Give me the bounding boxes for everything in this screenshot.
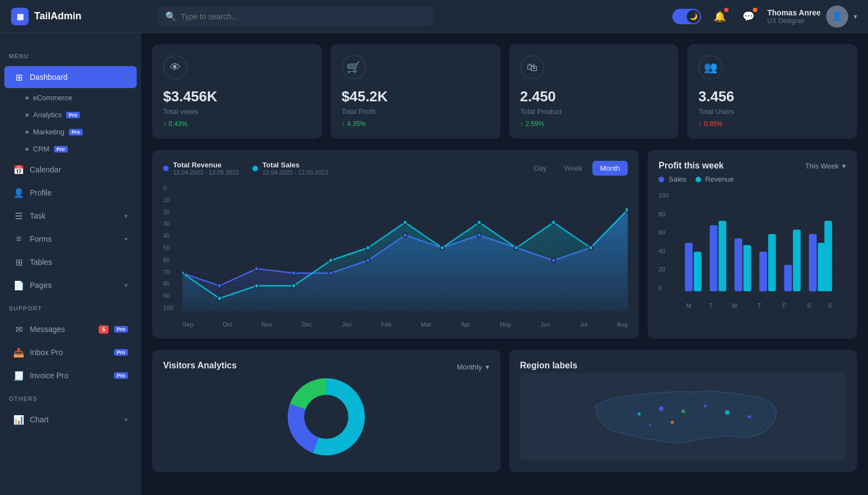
svg-point-12 <box>292 271 295 275</box>
chart-icon: 📊 <box>13 414 24 425</box>
header: ▦ TailAdmin 🔍 🌙 🔔 💬 Thomas Anree UX Desi… <box>0 0 868 33</box>
search-icon: 🔍 <box>165 11 176 21</box>
day-button[interactable]: Day <box>526 161 554 176</box>
svg-point-33 <box>589 246 592 250</box>
views-change-value: 0.43% <box>169 120 187 128</box>
sidebar-item-task[interactable]: ☰ Task ▾ <box>4 205 137 227</box>
svg-point-14 <box>366 258 370 263</box>
svg-point-25 <box>292 284 295 288</box>
sidebar-item-ecommerce[interactable]: eCommerce <box>25 89 141 106</box>
week-chevron-icon: ▾ <box>842 162 846 170</box>
legend-total-sales[interactable]: Total Sales 12.04.2022 - 12.05.2022 <box>252 161 328 176</box>
revenue-chart-card: Total Revenue 12.04.2022 - 12.05.2022 To… <box>152 150 639 339</box>
profit-y-labels: 020406080100 <box>659 192 668 302</box>
svg-point-19 <box>552 258 556 263</box>
invoice-icon: 🧾 <box>13 370 24 381</box>
sidebar-item-crm[interactable]: CRM Pro <box>25 140 141 157</box>
week-button[interactable]: Week <box>557 161 590 176</box>
svg-text:S: S <box>828 302 832 309</box>
legend-date-sales: 12.04.2022 - 12.05.2022 <box>262 169 328 176</box>
pages-icon: 📄 <box>13 280 24 291</box>
user-profile[interactable]: Thomas Anree UX Designer 👤 ▾ <box>767 6 857 28</box>
profit-header: Profit this week This Week ▾ <box>659 161 846 171</box>
views-label: Total views <box>163 107 311 116</box>
sidebar-label-chart: Chart <box>30 415 119 424</box>
revenue-chart-area: 1009080706050403020100 <box>163 184 628 328</box>
sidebar-item-messages[interactable]: ✉ Messages 5 Pro <box>4 318 137 340</box>
sidebar-item-forms[interactable]: ≡ Forms ▾ <box>4 228 137 250</box>
svg-text:M: M <box>687 302 692 309</box>
profit-change: ↑ 4.35% <box>342 120 489 128</box>
app-title: TailAdmin <box>34 10 82 22</box>
dark-mode-toggle[interactable]: 🌙 <box>672 9 701 24</box>
layout: MENU ⊞ Dashboard ▴ eCommerce Analytics P… <box>0 33 868 495</box>
notifications-button[interactable]: 🔔 <box>710 7 730 26</box>
user-role: UX Designer <box>767 17 821 25</box>
views-icon: 👁 <box>163 55 187 79</box>
users-label: Total Users <box>698 107 846 116</box>
submenu-label-analytics: Analytics <box>33 111 62 119</box>
week-select[interactable]: This Week ▾ <box>805 162 846 170</box>
notification-badge <box>724 8 729 12</box>
svg-rect-53 <box>824 221 832 291</box>
svg-point-24 <box>255 284 258 288</box>
sidebar-item-analytics[interactable]: Analytics Pro <box>25 106 141 123</box>
map-visual <box>520 373 847 461</box>
svg-rect-49 <box>784 265 792 291</box>
sales-legend-dot <box>659 177 664 182</box>
users-value: 3.456 <box>698 88 846 105</box>
users-icon: 👥 <box>698 55 723 79</box>
sidebar-item-marketing[interactable]: Marketing Pro <box>25 123 141 140</box>
forms-icon: ≡ <box>13 233 24 244</box>
sidebar-item-calendar[interactable]: 📅 Calendar <box>4 159 137 181</box>
search-input[interactable] <box>181 12 425 21</box>
logo-area: ▦ TailAdmin <box>11 8 149 25</box>
calendar-icon: 📅 <box>13 164 24 175</box>
tables-icon: ⊞ <box>13 257 24 268</box>
profit-icon: 🛒 <box>342 55 366 79</box>
main-content: 👁 $3.456K Total views ↑ 0.43% 🛒 $45.2K T… <box>141 33 868 495</box>
sidebar-item-chart[interactable]: 📊 Chart ▾ <box>4 409 137 431</box>
svg-point-61 <box>637 412 640 416</box>
profit-label: Total Profit <box>342 107 489 116</box>
sidebar-label-messages: Messages <box>30 325 93 334</box>
legend-dot-revenue <box>163 166 169 171</box>
svg-point-65 <box>725 410 729 415</box>
monthly-label: Monthly <box>457 363 482 371</box>
svg-point-28 <box>403 220 407 225</box>
profile-icon: 👤 <box>13 187 24 198</box>
sidebar-item-inbox[interactable]: 📥 Inbox Pro Pro <box>4 341 137 363</box>
monthly-chevron-icon: ▾ <box>486 363 489 371</box>
sidebar-label-dashboard: Dashboard <box>30 73 119 81</box>
sidebar-label-profile: Profile <box>30 188 128 197</box>
svg-point-26 <box>329 258 333 263</box>
sidebar-item-tables[interactable]: ⊞ Tables <box>4 251 137 273</box>
monthly-select[interactable]: Monthly ▾ <box>457 363 489 371</box>
messages-icon: ✉ <box>13 324 24 335</box>
search-bar[interactable]: 🔍 <box>158 7 433 26</box>
submenu-label-ecommerce: eCommerce <box>33 94 72 102</box>
svg-text:S: S <box>807 302 811 309</box>
sidebar-item-pages[interactable]: 📄 Pages ▾ <box>4 274 137 296</box>
svg-point-68 <box>649 424 651 426</box>
legend-total-revenue[interactable]: Total Revenue 12.04.2022 - 12.05.2022 <box>163 161 239 176</box>
users-change: ↓ 0.95% <box>698 120 846 128</box>
svg-text:F: F <box>783 302 786 309</box>
sidebar-label-invoice: Invoice Pro <box>30 371 109 380</box>
sidebar-item-profile[interactable]: 👤 Profile <box>4 182 137 204</box>
week-label: This Week <box>805 162 839 170</box>
chart-controls: Day Week Month <box>526 161 628 176</box>
sidebar-item-invoice[interactable]: 🧾 Invoice Pro Pro <box>4 365 137 387</box>
svg-point-34 <box>626 207 628 213</box>
sidebar-label-task: Task <box>30 211 119 220</box>
profit-title: Profit this week <box>659 161 724 171</box>
sidebar-item-dashboard[interactable]: ⊞ Dashboard ▴ <box>4 66 137 88</box>
submenu-dot <box>25 96 29 100</box>
stat-card-users: 👥 3.456 Total Users ↓ 0.95% <box>687 44 857 139</box>
pro-badge-marketing: Pro <box>69 129 83 135</box>
month-button[interactable]: Month <box>592 161 628 176</box>
svg-point-22 <box>182 271 185 275</box>
svg-point-67 <box>670 421 673 424</box>
pages-chevron-icon: ▾ <box>125 282 128 289</box>
messages-button[interactable]: 💬 <box>738 7 758 26</box>
